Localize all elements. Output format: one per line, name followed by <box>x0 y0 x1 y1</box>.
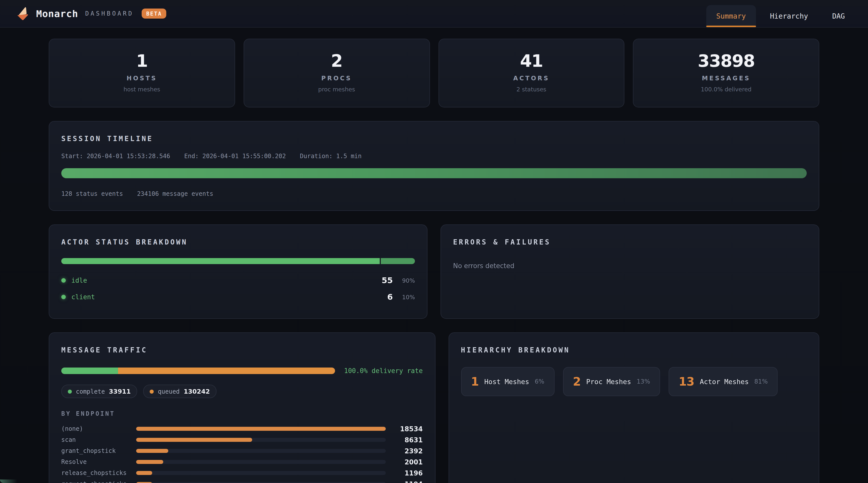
bar-segment-queued <box>118 368 335 374</box>
endpoint-bar-track <box>136 438 385 442</box>
stat-value: 2 <box>249 52 425 70</box>
stat-value: 41 <box>444 52 619 70</box>
endpoint-value: 2001 <box>393 458 423 466</box>
endpoint-row: Resolve 2001 <box>61 457 423 468</box>
stat-card-procs: 2 PROCS proc meshes <box>244 39 430 108</box>
endpoint-name: grant_chopstick <box>61 448 136 455</box>
tab-hierarchy[interactable]: Hierarchy <box>760 5 818 27</box>
bar-segment-client <box>379 258 415 264</box>
message-events-count: 234106 message events <box>137 191 213 198</box>
endpoint-row: release_chopsticks 1196 <box>61 468 423 479</box>
status-events-count: 128 status events <box>61 191 123 198</box>
monarch-logo-icon <box>15 6 30 21</box>
chip-count: 1 <box>471 375 479 388</box>
hierarchy-chip-host-meshes: 1 Host Meshes 6% <box>461 367 554 396</box>
chip-pct: 81% <box>754 378 768 385</box>
endpoint-value: 1194 <box>393 481 423 483</box>
endpoint-value: 18534 <box>393 425 423 433</box>
panel-title: SESSION TIMELINE <box>61 135 807 143</box>
endpoint-value: 8631 <box>393 436 423 444</box>
endpoint-row: grant_chopstick 2392 <box>61 446 423 457</box>
message-traffic-panel: MESSAGE TRAFFIC 100.0% delivery rate com… <box>49 333 435 483</box>
stat-value: 1 <box>54 52 229 70</box>
endpoint-name: release_chopsticks <box>61 470 136 477</box>
stat-sub: host meshes <box>54 86 229 93</box>
chip-count: 13 <box>679 375 694 388</box>
stat-sub: proc meshes <box>249 86 425 93</box>
chip-label: Host Meshes <box>484 378 529 386</box>
status-pct: 90% <box>393 277 415 284</box>
endpoint-name: (none) <box>61 425 136 432</box>
endpoint-bar-fill <box>136 427 385 431</box>
actor-status-panel: ACTOR STATUS BREAKDOWN idle 55 90% clien… <box>49 225 428 319</box>
endpoint-bar-track <box>136 449 385 453</box>
actor-status-bar <box>61 258 415 264</box>
endpoint-bar-fill <box>136 471 152 475</box>
hierarchy-chip-proc-meshes: 2 Proc Meshes 13% <box>563 367 660 396</box>
endpoint-bar-track <box>136 427 385 431</box>
tab-summary[interactable]: Summary <box>706 5 756 27</box>
endpoint-bar-fill <box>136 460 163 464</box>
app-root: Monarch DASHBOARD BETA Summary Hierarchy… <box>0 0 868 483</box>
stat-card-hosts: 1 HOSTS host meshes <box>49 39 235 108</box>
brand: Monarch DASHBOARD BETA <box>15 6 166 21</box>
tab-dag[interactable]: DAG <box>822 5 855 27</box>
hierarchy-breakdown-panel: HIERARCHY BREAKDOWN 1 Host Meshes 6% 2 P… <box>448 333 819 483</box>
bar-segment-idle <box>61 258 379 264</box>
legend-chip-complete: complete 33911 <box>61 385 137 398</box>
stat-label: ACTORS <box>444 75 619 82</box>
delivery-rate-label: 100.0% delivery rate <box>344 367 423 375</box>
green-dot-icon <box>68 390 72 394</box>
endpoint-name: scan <box>61 437 136 444</box>
app-title: Monarch <box>36 8 78 19</box>
timeline-duration: Duration: 1.5 min <box>300 153 362 160</box>
timeline-end: End: 2026-04-01 15:55:00.202 <box>184 153 286 160</box>
actor-status-rows: idle 55 90% client 6 10% <box>61 272 415 305</box>
nav-tabs: Summary Hierarchy DAG <box>706 0 855 27</box>
chip-pct: 13% <box>637 378 650 385</box>
bar-segment-complete <box>61 368 118 374</box>
no-errors-message: No errors detected <box>453 262 807 270</box>
stat-sub: 2 statuses <box>444 86 619 93</box>
legend-chip-queued: queued 130242 <box>144 385 217 398</box>
chip-pct: 6% <box>535 378 544 385</box>
legend-name: complete <box>76 388 105 395</box>
endpoint-row: (none) 18534 <box>61 423 423 434</box>
app-subtitle: DASHBOARD <box>85 10 134 17</box>
beta-badge: BETA <box>142 8 166 19</box>
hierarchy-chip-actor-meshes: 13 Actor Meshes 81% <box>669 367 778 396</box>
status-name: client <box>71 293 95 301</box>
status-pct: 10% <box>393 294 415 301</box>
endpoint-name: Resolve <box>61 459 136 466</box>
stat-label: PROCS <box>249 75 425 82</box>
stat-cards-row: 1 HOSTS host meshes 2 PROCS proc meshes … <box>49 39 819 108</box>
endpoint-bar-fill <box>136 438 252 442</box>
status-dot-icon <box>61 295 66 299</box>
legend-value: 130242 <box>184 388 210 395</box>
main-content: 1 HOSTS host meshes 2 PROCS proc meshes … <box>49 39 819 483</box>
status-row-client: client 6 10% <box>61 289 415 305</box>
panel-title: ERRORS & FAILURES <box>453 238 807 246</box>
status-row-idle: idle 55 90% <box>61 272 415 289</box>
endpoint-value: 2392 <box>393 447 423 455</box>
timeline-bar <box>61 168 807 179</box>
endpoint-bar-fill <box>136 449 168 453</box>
panel-title: ACTOR STATUS BREAKDOWN <box>61 238 415 246</box>
stat-card-actors: 41 ACTORS 2 statuses <box>438 39 625 108</box>
legend-value: 33911 <box>109 388 131 395</box>
status-count: 55 <box>371 276 393 285</box>
endpoint-rows: (none) 18534 scan 8631 grant_chopstick 2… <box>61 423 423 483</box>
status-name: idle <box>71 277 87 284</box>
errors-panel: ERRORS & FAILURES No errors detected <box>440 225 819 319</box>
session-timeline-panel: SESSION TIMELINE Start: 2026-04-01 15:53… <box>49 121 819 211</box>
timeline-meta: Start: 2026-04-01 15:53:28.546 End: 2026… <box>61 153 807 160</box>
chip-label: Actor Meshes <box>700 378 749 386</box>
chip-label: Proc Meshes <box>586 378 631 386</box>
topbar: Monarch DASHBOARD BETA Summary Hierarchy… <box>0 0 868 28</box>
endpoint-bar-track <box>136 471 385 475</box>
panel-title: MESSAGE TRAFFIC <box>61 346 423 354</box>
endpoint-row: request_chopsticks 1194 <box>61 479 423 483</box>
timeline-events: 128 status events 234106 message events <box>61 191 807 198</box>
endpoint-value: 1196 <box>393 470 423 477</box>
panel-title: HIERARCHY BREAKDOWN <box>461 346 807 354</box>
